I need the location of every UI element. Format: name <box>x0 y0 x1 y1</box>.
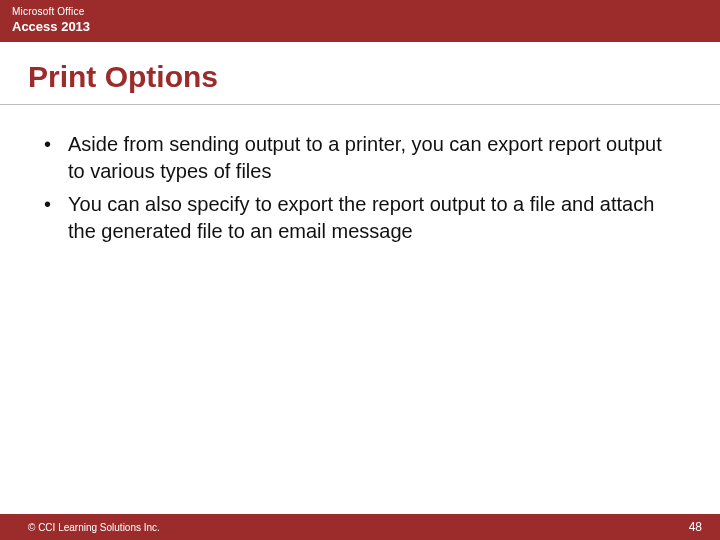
list-item: You can also specify to export the repor… <box>40 191 680 245</box>
product-label: Access 2013 <box>12 19 708 34</box>
body-content: Aside from sending output to a printer, … <box>0 105 720 245</box>
page-number: 48 <box>689 520 702 534</box>
footer-bar: © CCI Learning Solutions Inc. 48 <box>0 514 720 540</box>
list-item: Aside from sending output to a printer, … <box>40 131 680 185</box>
copyright-label: © CCI Learning Solutions Inc. <box>28 522 160 533</box>
page-title: Print Options <box>0 42 720 100</box>
brand-label: Microsoft Office <box>12 6 708 17</box>
slide: { "header": { "brand": "Microsoft Office… <box>0 0 720 540</box>
header-bar: Microsoft Office Access 2013 <box>0 0 720 42</box>
bullet-list: Aside from sending output to a printer, … <box>40 131 680 245</box>
